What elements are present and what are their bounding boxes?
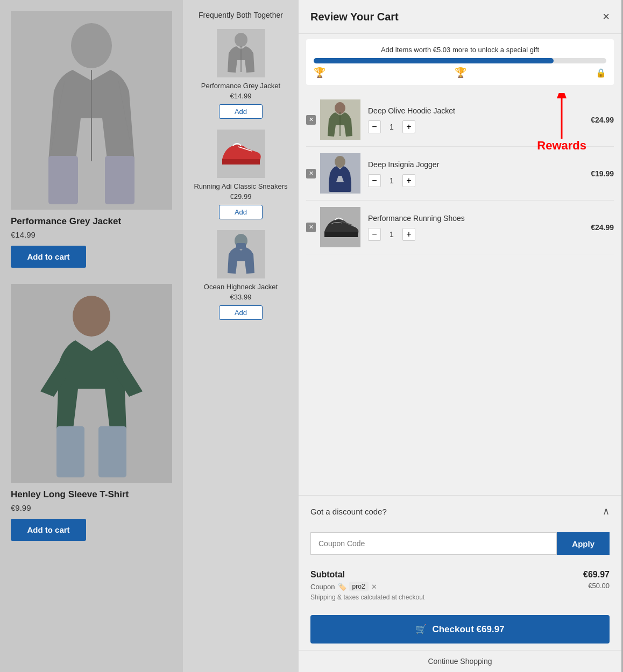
qty-increase-jogger[interactable]: + xyxy=(402,174,415,187)
qty-value-hoodie: 1 xyxy=(386,123,397,131)
qty-value-shoes: 1 xyxy=(386,230,397,239)
cart-spacer xyxy=(299,257,621,495)
freq-item-price-jacket: €14.99 xyxy=(191,92,291,100)
item-details-shoes: Performance Running Shoes − 1 + xyxy=(368,214,591,241)
svg-rect-9 xyxy=(56,426,84,477)
freq-item-price-sneakers: €29.99 xyxy=(191,192,291,201)
product-card-tshirt: Henley Long Sleeve T-Shirt €9.99 Add to … xyxy=(11,284,172,541)
coupon-applied-row: Coupon 🏷️ pro2 ✕ €50.00 xyxy=(310,582,610,591)
product-image-jacket xyxy=(11,11,172,210)
frequently-bought-panel: Frequently Both Together Performance Gre… xyxy=(183,0,299,672)
checkout-label: Checkout €69.97 xyxy=(432,624,504,635)
qty-increase-shoes[interactable]: + xyxy=(402,228,415,241)
cart-modal: Review Your Cart × Add items worth €5.03… xyxy=(299,0,621,672)
qty-decrease-jogger[interactable]: − xyxy=(368,174,381,187)
discount-label: Got a discount code? xyxy=(310,507,387,516)
freq-img-jacket xyxy=(217,29,265,77)
rewards-arrow-svg xyxy=(546,93,578,141)
product-price-tshirt: €9.99 xyxy=(11,503,172,512)
subtotal-value: €69.97 xyxy=(583,570,610,580)
apply-button[interactable]: Apply xyxy=(557,532,610,555)
svg-rect-3 xyxy=(105,156,134,204)
qty-value-jogger: 1 xyxy=(386,176,397,185)
remove-item-jogger[interactable]: ✕ xyxy=(306,169,316,178)
svg-point-8 xyxy=(73,296,110,337)
trophy-icon-2: 🏆 xyxy=(455,67,466,78)
svg-rect-18 xyxy=(236,243,246,249)
qty-decrease-hoodie[interactable]: − xyxy=(368,120,381,133)
freq-item-name-jacket: Performance Grey Jacket xyxy=(191,82,291,90)
trophy-icon-1: 🏆 xyxy=(314,67,325,78)
coupon-input[interactable] xyxy=(310,532,557,555)
freq-img-highneck xyxy=(217,230,265,278)
subtotal-section: Subtotal €69.97 Coupon 🏷️ pro2 ✕ €50.00 … xyxy=(299,562,621,609)
freq-item-price-highneck: €33.99 xyxy=(191,293,291,301)
subtotal-label: Subtotal xyxy=(310,570,345,580)
svg-rect-27 xyxy=(336,182,351,192)
cart-item-jogger: ✕ Deep Insignia Jogger − 1 + €19.99 xyxy=(306,147,614,201)
item-img-shoes xyxy=(320,207,360,247)
product-name-jacket: Performance Grey Jacket xyxy=(11,216,172,227)
product-price-jacket: €14.99 xyxy=(11,230,172,239)
progress-icons: 🏆 🏆 🔒 xyxy=(314,67,606,78)
coupon-code-badge: pro2 xyxy=(349,582,369,591)
frequently-title: Frequently Both Together xyxy=(191,11,291,19)
item-price-hoodie: €24.99 xyxy=(591,116,614,124)
svg-point-25 xyxy=(335,156,345,168)
freq-item-sneakers: Running Adi Classic Sneakers €29.99 Add xyxy=(191,130,291,219)
item-name-shoes: Performance Running Shoes xyxy=(368,214,591,223)
lock-icon: 🔒 xyxy=(596,68,606,78)
svg-rect-2 xyxy=(48,156,78,204)
product-listing: Performance Grey Jacket €14.99 Add to ca… xyxy=(0,0,183,672)
cart-item-shoes: ✕ Performance Running Shoes − 1 + xyxy=(306,201,614,254)
item-price-jogger: €19.99 xyxy=(591,169,614,178)
qty-decrease-shoes[interactable]: − xyxy=(368,228,381,241)
close-cart-button[interactable]: × xyxy=(603,10,610,24)
progress-fill xyxy=(314,58,554,63)
item-img-hoodie xyxy=(320,99,360,140)
add-to-cart-tshirt[interactable]: Add to cart xyxy=(11,519,86,541)
remove-item-shoes[interactable]: ✕ xyxy=(306,223,316,232)
cart-header: Review Your Cart × xyxy=(299,0,621,34)
coupon-discount-value: €50.00 xyxy=(588,582,610,591)
freq-add-btn-jacket[interactable]: Add xyxy=(219,104,263,119)
freq-add-btn-sneakers[interactable]: Add xyxy=(219,205,263,219)
remove-item-hoodie[interactable]: ✕ xyxy=(306,115,316,125)
svg-rect-10 xyxy=(98,426,126,477)
discount-header[interactable]: Got a discount code? ∧ xyxy=(299,496,621,527)
freq-item-highneck: Ocean Highneck Jacket €33.99 Add xyxy=(191,230,291,320)
svg-point-22 xyxy=(335,102,345,114)
checkout-button[interactable]: 🛒 Checkout €69.97 xyxy=(310,615,610,644)
cart-title: Review Your Cart xyxy=(310,11,399,23)
product-name-tshirt: Henley Long Sleeve T-Shirt xyxy=(11,489,172,500)
continue-shopping-link[interactable]: Continue Shopping xyxy=(299,650,621,672)
svg-point-12 xyxy=(235,33,247,47)
freq-add-btn-highneck[interactable]: Add xyxy=(219,305,263,320)
product-card-jacket: Performance Grey Jacket €14.99 Add to ca… xyxy=(11,11,172,268)
product-image-tshirt xyxy=(11,284,172,483)
shipping-note: Shipping & taxes calculated at checkout xyxy=(310,594,610,601)
subtotal-row: Subtotal €69.97 xyxy=(310,570,610,580)
freq-item-name-highneck: Ocean Highneck Jacket xyxy=(191,283,291,291)
quantity-control-shoes: − 1 + xyxy=(368,228,591,241)
item-name-jogger: Deep Insignia Jogger xyxy=(368,160,591,169)
coupon-applied-label: Coupon 🏷️ pro2 ✕ xyxy=(310,582,377,591)
quantity-control-jogger: − 1 + xyxy=(368,174,591,187)
remove-coupon-x[interactable]: ✕ xyxy=(371,583,377,591)
freq-img-sneakers xyxy=(217,130,265,178)
add-to-cart-jacket[interactable]: Add to cart xyxy=(11,246,86,268)
item-details-jogger: Deep Insignia Jogger − 1 + xyxy=(368,160,591,187)
svg-point-1 xyxy=(71,23,112,68)
rewards-label: Rewards xyxy=(537,139,586,153)
coupon-row: Apply xyxy=(299,527,621,562)
freq-item-name-sneakers: Running Adi Classic Sneakers xyxy=(191,182,291,190)
coupon-label-text: Coupon xyxy=(310,583,335,591)
freq-item-jacket: Performance Grey Jacket €14.99 Add xyxy=(191,29,291,119)
cart-icon: 🛒 xyxy=(415,624,427,635)
item-img-jogger xyxy=(320,153,360,194)
chevron-up-icon: ∧ xyxy=(603,505,610,517)
qty-increase-hoodie[interactable]: + xyxy=(402,120,415,133)
rewards-bar-container: Add items worth €5.03 more to unlock a s… xyxy=(306,39,614,85)
item-price-shoes: €24.99 xyxy=(591,223,614,232)
progress-track xyxy=(314,58,606,63)
